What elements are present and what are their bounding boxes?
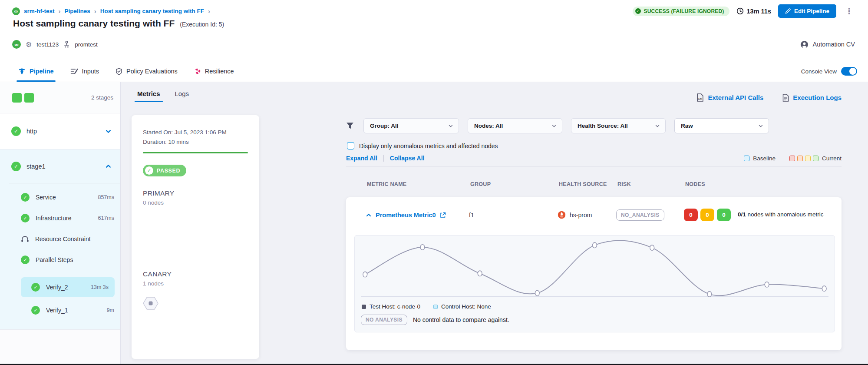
health-source-name: hs-prom <box>570 212 592 219</box>
external-api-calls-link[interactable]: API External API Calls <box>696 93 763 102</box>
current-yellow-swatch <box>805 156 811 161</box>
tags-row: ∞ ⚙ test1123 promtest Automation CV <box>12 40 855 49</box>
triggered-by-user: Automation CV <box>800 40 855 49</box>
sidebar-stage-http[interactable]: ✓ http <box>0 113 120 149</box>
breadcrumb-project[interactable]: srm-hf-test <box>24 8 55 14</box>
no-analysis-badge: NO ANALYSIS <box>361 315 407 325</box>
step-label: Infrastructure <box>36 215 98 222</box>
step-label: Verify_2 <box>46 284 91 291</box>
chevron-down-icon <box>551 123 557 129</box>
test-host-label: Test Host: c-node-0 <box>370 303 420 310</box>
current-orange-swatch <box>797 156 803 161</box>
edit-pipeline-label: Edit Pipeline <box>794 8 829 14</box>
step-duration: 13m 3s <box>91 284 109 290</box>
data-mode-dropdown[interactable]: Raw <box>674 118 769 133</box>
inputs-icon <box>70 68 78 75</box>
elapsed-time: 13m 11s <box>736 7 771 15</box>
harness-logo-icon: ∞ <box>12 40 21 49</box>
header-nodes: NODES <box>685 181 842 187</box>
current-green-swatch <box>813 156 818 161</box>
anomalous-only-checkbox[interactable] <box>347 142 354 149</box>
nodes-filter-value: Nodes: All <box>474 123 503 129</box>
toggle-knob <box>849 68 856 75</box>
tab-pipeline-label: Pipeline <box>30 68 54 75</box>
stage-summary: 2 stages <box>0 82 120 113</box>
pencil-icon <box>785 8 791 14</box>
success-check-icon: ✓ <box>635 8 641 14</box>
breadcrumb-separator: › <box>59 7 61 15</box>
group-filter-dropdown[interactable]: Group: All <box>363 118 459 133</box>
metric-line-chart <box>361 238 828 302</box>
step-label: Resource Constraint <box>35 236 114 242</box>
success-check-icon: ✓ <box>11 126 21 136</box>
prometheus-icon <box>558 211 566 219</box>
green-node-count-badge: 0 <box>717 209 731 221</box>
tab-metrics[interactable]: Metrics <box>137 90 160 102</box>
external-link-icon[interactable] <box>440 212 446 218</box>
metric-row-card: Prometheus Metric0 f1 hs-prom NO_ANALYSI… <box>346 197 842 350</box>
execution-logs-label: Execution Logs <box>793 94 842 101</box>
sidebar-step-parallel-steps[interactable]: ✓ Parallel Steps <box>0 249 120 270</box>
metrics-logs-tabs: Metrics Logs <box>137 90 189 102</box>
tab-pipeline[interactable]: Pipeline <box>18 61 54 82</box>
sidebar-step-service[interactable]: ✓ Service 857ms <box>0 187 120 208</box>
chevron-down-icon[interactable] <box>105 128 112 135</box>
baseline-current-legend: Baseline Current <box>744 155 842 162</box>
control-host-swatch <box>433 305 438 309</box>
red-node-count-badge: 0 <box>684 209 698 221</box>
external-api-calls-label: External API Calls <box>708 94 763 101</box>
edit-pipeline-button[interactable]: Edit Pipeline <box>778 4 836 18</box>
breadcrumb: ∞ srm-hf-test › Pipelines › Host samplin… <box>12 4 855 18</box>
tab-logs[interactable]: Logs <box>175 90 189 102</box>
tab-inputs[interactable]: Inputs <box>70 61 99 82</box>
node-hexagon-icon[interactable] <box>143 296 158 310</box>
elapsed-time-label: 13m 11s <box>747 8 771 15</box>
health-source-filter-dropdown[interactable]: Health Source: All <box>571 118 666 133</box>
monitored-service-tag: promtest <box>75 41 98 48</box>
tab-resilience[interactable]: Resilience <box>194 61 234 82</box>
step-label: Verify_1 <box>46 307 107 314</box>
filter-icon[interactable] <box>346 122 354 129</box>
breadcrumb-pipelines[interactable]: Pipelines <box>65 8 90 14</box>
success-check-icon: ✓ <box>31 283 40 292</box>
nodes-filter-dropdown[interactable]: Nodes: All <box>468 118 562 133</box>
chevron-up-icon[interactable] <box>105 163 112 169</box>
header: ∞ srm-hf-test › Pipelines › Host samplin… <box>0 0 868 61</box>
console-view-toggle[interactable] <box>841 67 857 76</box>
metric-chart-panel: Test Host: c-node-0 Control Host: None N… <box>354 235 835 332</box>
title-row: Host sampling canary testing with FF (Ex… <box>13 18 224 29</box>
sidebar-stage-stage1[interactable]: ✓ stage1 <box>0 149 120 183</box>
sidebar-step-resource-constraint[interactable]: Resource Constraint <box>0 229 120 249</box>
step-label: Service <box>36 194 98 201</box>
duration: Duration: 10 mins <box>143 139 248 145</box>
resilience-icon <box>194 68 201 75</box>
api-document-icon: API <box>696 93 704 102</box>
execution-id: (Execution Id: 5) <box>180 21 224 28</box>
stage-label: http <box>26 128 105 135</box>
stage-count: 2 stages <box>91 94 113 101</box>
execution-logs-link[interactable]: Execution Logs <box>782 93 842 102</box>
canary-label: CANARY <box>143 270 248 278</box>
tab-inputs-label: Inputs <box>82 68 99 75</box>
baseline-legend-label: Baseline <box>753 155 776 162</box>
sidebar-step-infrastructure[interactable]: ✓ Infrastructure 617ms <box>0 208 120 229</box>
kebab-menu-icon[interactable]: ⋮ <box>843 6 855 16</box>
success-check-icon: ✓ <box>11 162 21 171</box>
sidebar-step-verify-1[interactable]: ✓ Verify_1 9m <box>0 300 120 321</box>
tab-policy-evaluations[interactable]: Policy Evaluations <box>116 61 178 82</box>
resource-constraint-icon <box>21 236 29 242</box>
current-red-swatch <box>789 156 795 161</box>
metric-name-link[interactable]: Prometheus Metric0 <box>376 212 436 219</box>
tab-policy-evaluations-label: Policy Evaluations <box>126 68 178 75</box>
collapse-all-link[interactable]: Collapse All <box>390 155 425 162</box>
sidebar-step-verify-2[interactable]: ✓ Verify_2 13m 3s <box>21 277 115 297</box>
check-icon: ✓ <box>145 166 153 175</box>
expand-all-link[interactable]: Expand All <box>346 155 377 162</box>
step-duration: 9m <box>107 307 114 313</box>
no-analysis-text: No control data to compare against. <box>413 316 509 323</box>
breadcrumb-pipeline-name[interactable]: Host sampling canary testing with FF <box>100 8 204 14</box>
success-check-icon: ✓ <box>21 256 30 264</box>
divider <box>383 155 384 162</box>
health-source-filter-value: Health Source: All <box>578 123 628 129</box>
collapse-chevron-icon[interactable] <box>366 212 372 218</box>
